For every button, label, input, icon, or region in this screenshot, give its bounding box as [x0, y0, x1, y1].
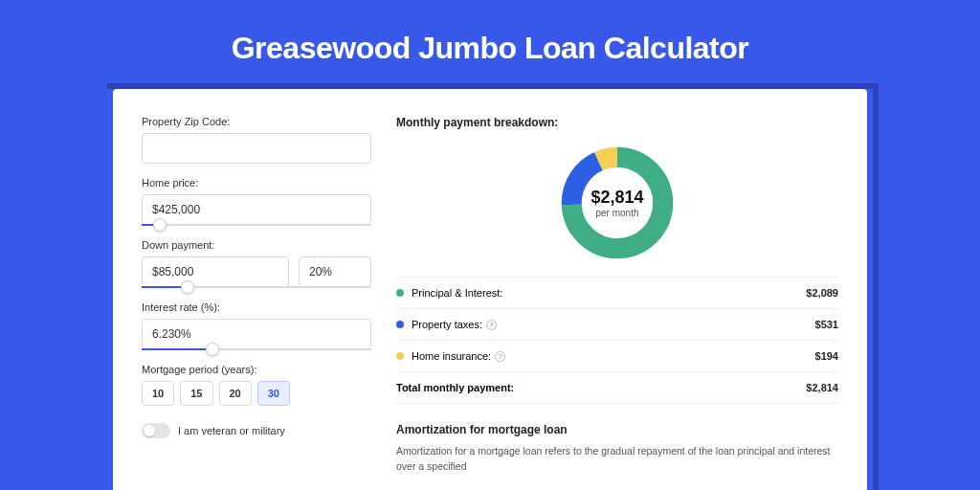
donut-amount: $2,814	[590, 188, 643, 208]
info-icon[interactable]: ?	[495, 351, 505, 362]
interest-label: Interest rate (%):	[142, 301, 371, 313]
period-btn-30[interactable]: 30	[257, 381, 290, 406]
down-payment-field: Down payment:	[142, 239, 371, 288]
donut-center: $2,814 per month	[557, 143, 678, 263]
period-btn-15[interactable]: 15	[180, 381, 212, 406]
donut-subtext: per month	[595, 208, 638, 218]
breakdown-panel: Monthly payment breakdown: $2,814 per mo…	[396, 116, 838, 490]
legend-value: $2,089	[806, 287, 838, 299]
veteran-toggle[interactable]	[142, 423, 170, 438]
breakdown-title: Monthly payment breakdown:	[396, 116, 838, 129]
legend-label: Home insurance:	[412, 350, 491, 362]
down-payment-slider[interactable]	[142, 286, 371, 288]
period-btn-20[interactable]: 20	[219, 381, 252, 406]
amortization-title: Amortization for mortgage loan	[396, 423, 838, 436]
interest-input[interactable]	[142, 319, 371, 349]
period-field: Mortgage period (years): 10152030	[142, 364, 371, 406]
period-label: Mortgage period (years):	[142, 364, 371, 375]
legend-value: $531	[815, 319, 838, 330]
zip-input[interactable]	[142, 133, 371, 164]
home-price-field: Home price:	[142, 177, 371, 226]
period-buttons: 10152030	[142, 381, 371, 406]
amortization-section: Amortization for mortgage loan Amortizat…	[396, 423, 838, 475]
veteran-row: I am veteran or military	[142, 423, 371, 438]
legend-item: Home insurance:?$194	[396, 341, 838, 372]
page-title: Greasewood Jumbo Loan Calculator	[0, 0, 980, 89]
legend-dot-icon	[396, 289, 404, 297]
legend-label: Principal & Interest:	[412, 287, 502, 299]
home-price-slider[interactable]	[142, 224, 371, 226]
legend-total-label: Total monthly payment:	[396, 382, 514, 393]
home-price-label: Home price:	[142, 177, 371, 189]
veteran-label: I am veteran or military	[178, 425, 285, 436]
down-payment-input[interactable]	[142, 256, 289, 287]
home-price-input[interactable]	[142, 194, 371, 225]
legend-total-row: Total monthly payment:$2,814	[396, 372, 838, 404]
calculator-card: Property Zip Code: Home price: Down paym…	[113, 89, 867, 490]
period-btn-10[interactable]: 10	[142, 381, 174, 406]
zip-field: Property Zip Code:	[142, 116, 371, 164]
legend-total-value: $2,814	[806, 382, 838, 393]
payment-donut-chart: $2,814 per month	[557, 143, 678, 263]
interest-slider[interactable]	[142, 348, 371, 350]
zip-label: Property Zip Code:	[142, 116, 371, 127]
donut-wrap: $2,814 per month	[396, 139, 838, 277]
down-payment-label: Down payment:	[142, 239, 371, 251]
legend-item: Property taxes:?$531	[396, 309, 838, 341]
legend: Principal & Interest:$2,089Property taxe…	[396, 277, 838, 404]
form-panel: Property Zip Code: Home price: Down paym…	[142, 116, 371, 490]
interest-field: Interest rate (%):	[142, 301, 371, 350]
amortization-text: Amortization for a mortgage loan refers …	[396, 444, 838, 475]
legend-value: $194	[815, 350, 838, 362]
info-icon[interactable]: ?	[486, 320, 497, 330]
down-payment-pct-input[interactable]	[299, 256, 371, 287]
legend-item: Principal & Interest:$2,089	[396, 278, 838, 309]
legend-dot-icon	[396, 321, 404, 328]
legend-label: Property taxes:	[412, 319, 482, 330]
legend-dot-icon	[396, 352, 404, 360]
